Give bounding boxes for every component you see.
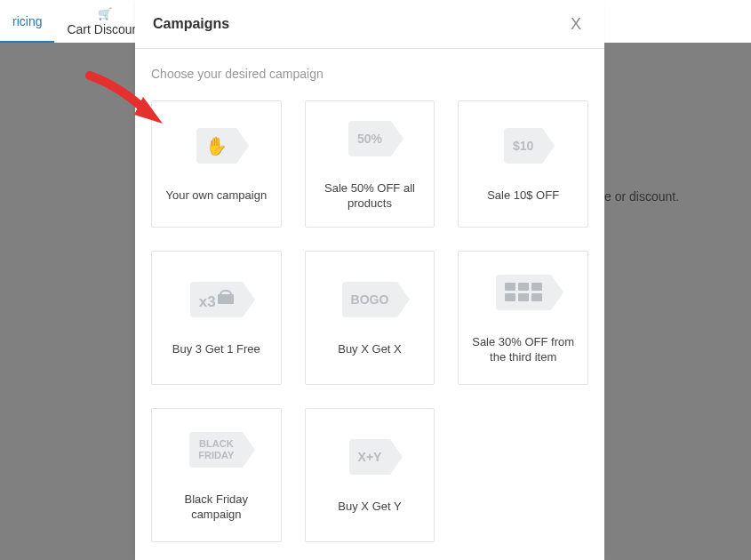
cart-icon: 🛒 — [98, 7, 112, 20]
xplusy-icon: X+Y — [349, 439, 391, 475]
tab-pricing-label: ricing — [12, 14, 42, 28]
campaign-card-own[interactable]: ✋ Your own campaign — [151, 100, 282, 228]
close-button[interactable]: X — [565, 12, 587, 37]
gift-icon: x3 — [190, 282, 243, 317]
modal-title: Campaigns — [153, 16, 229, 32]
campaign-label-fifty: Sale 50% OFF all products — [315, 181, 426, 212]
campaign-card-thirty[interactable]: Sale 30% OFF from the third item — [458, 251, 588, 385]
modal-body: Choose your desired campaign ✋ Your own … — [135, 49, 604, 560]
close-icon: X — [571, 15, 581, 33]
percent-icon: 50% — [348, 121, 391, 156]
campaign-label-bogo: Buy X Get X — [338, 342, 402, 357]
campaign-label-thirty: Sale 30% OFF from the third item — [467, 335, 579, 365]
campaign-card-xygetY[interactable]: X+Y Buy X Get Y — [305, 408, 435, 542]
tab-cart-discount-label: Cart Discount — [67, 22, 142, 36]
hand-icon: ✋ — [196, 128, 236, 164]
campaign-card-ten[interactable]: $10 Sale 10$ OFF — [458, 100, 588, 228]
campaign-card-buy3[interactable]: x3 Buy 3 Get 1 Free — [151, 251, 282, 385]
tab-pricing[interactable]: ricing — [0, 0, 54, 43]
modal-header: Campaigns X — [135, 0, 604, 49]
campaigns-modal: Campaigns X Choose your desired campaign… — [135, 0, 604, 560]
campaign-label-own: Your own campaign — [165, 188, 267, 204]
grid-icon — [496, 275, 551, 310]
background-hint-text: e or discount. — [604, 189, 679, 204]
campaign-label-buy3: Buy 3 Get 1 Free — [172, 342, 260, 357]
bogo-icon: BOGO — [342, 282, 398, 317]
campaign-grid: ✋ Your own campaign 50% Sale 50% OFF all… — [151, 100, 588, 542]
campaign-label-blackfriday: Black Friday campaign — [161, 492, 272, 523]
modal-subtitle: Choose your desired campaign — [151, 67, 588, 81]
campaign-card-blackfriday[interactable]: BLACK FRIDAY Black Friday campaign — [151, 408, 282, 542]
campaign-label-xygetY: Buy X Get Y — [338, 500, 401, 515]
blackfriday-icon: BLACK FRIDAY — [189, 432, 243, 468]
campaign-card-bogo[interactable]: BOGO Buy X Get X — [305, 251, 435, 385]
campaign-label-ten: Sale 10$ OFF — [487, 188, 559, 204]
dollar-icon: $10 — [504, 128, 542, 164]
campaign-card-fifty[interactable]: 50% Sale 50% OFF all products — [305, 100, 435, 228]
